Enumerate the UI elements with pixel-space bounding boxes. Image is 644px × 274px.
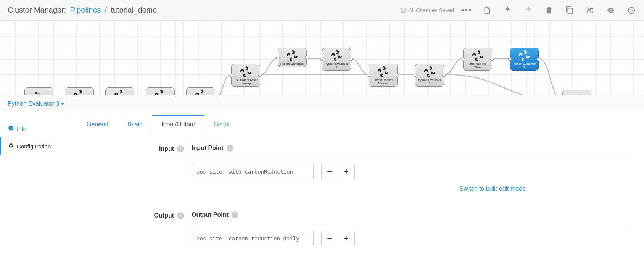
delete-button[interactable]	[544, 5, 554, 15]
node-label: TSL Parent Asset Lookup	[233, 78, 258, 85]
input-port[interactable]	[230, 74, 233, 77]
remove-input-button[interactable]: −	[321, 164, 338, 179]
document-icon	[483, 6, 491, 15]
eye-icon	[607, 6, 615, 15]
input-section-label: Input	[159, 145, 174, 152]
pipeline-node[interactable]: Last Record Appender	[105, 87, 134, 95]
pipeline-canvas[interactable]: Data SourcePoint SelectorLast Record App…	[0, 21, 644, 95]
node-icon	[114, 90, 126, 95]
svg-rect-8	[11, 127, 11, 127]
detail-pane: InfoConfiguration GeneralBasicInput/Outp…	[0, 112, 644, 274]
node-label: Python Evaluator 3	[512, 62, 537, 69]
shuffle-button[interactable]	[585, 5, 595, 15]
output-port[interactable]	[442, 74, 446, 77]
check-circle-outline-icon	[627, 6, 636, 15]
undo-icon	[504, 6, 512, 15]
pipeline-node[interactable]: TSL Parent Asset Lookup	[231, 64, 260, 87]
node-icon	[33, 90, 45, 95]
save-indicator: All Changes Saved	[400, 7, 454, 13]
info-icon[interactable]: i	[227, 145, 233, 152]
plus-icon: +	[344, 167, 349, 177]
node-detail-header: Python Evaluator 3	[0, 95, 644, 112]
pipeline-node[interactable]: Python Evaluator 2	[415, 64, 444, 87]
input-port[interactable]	[276, 56, 280, 59]
trash-icon	[545, 6, 553, 15]
check-circle-icon	[400, 7, 406, 13]
output-port[interactable]	[258, 74, 262, 77]
input-port[interactable]	[320, 58, 324, 61]
redo-icon	[524, 6, 533, 15]
input-point-field[interactable]	[192, 164, 314, 179]
validate-button[interactable]	[626, 5, 636, 15]
pipeline-node[interactable]: Fixed Time Window Aggregator	[186, 87, 215, 95]
sidebar-item-configuration[interactable]: Configuration	[0, 137, 69, 155]
tab-basic[interactable]: Basic	[118, 115, 152, 133]
form-area: Input i Input Point i − +	[69, 133, 644, 246]
node-icon	[287, 50, 298, 61]
node-icon	[195, 90, 206, 95]
output-point-field[interactable]	[192, 231, 314, 246]
node-icon	[240, 66, 251, 77]
preview-button[interactable]	[606, 5, 616, 15]
plus-icon: +	[344, 234, 349, 243]
undo-button[interactable]	[503, 5, 513, 15]
svg-point-0	[35, 92, 37, 94]
node-label: Python Evaluator 1	[324, 62, 349, 69]
pipeline-node[interactable]: Python Evaluator 3	[510, 48, 539, 71]
pipeline-node[interactable]: Data Destination	[562, 90, 591, 95]
output-port[interactable]	[537, 58, 540, 61]
add-output-button[interactable]: +	[338, 231, 355, 246]
redo-button[interactable]	[523, 5, 533, 15]
more-button[interactable]: •••	[462, 5, 472, 15]
output-port[interactable]	[396, 74, 399, 77]
pipeline-node[interactable]: Internal Http Client	[463, 48, 492, 71]
node-icon	[571, 92, 583, 95]
info-icon[interactable]: i	[177, 212, 184, 219]
sidebar-item-label: Configuration	[17, 143, 51, 150]
new-button[interactable]	[482, 5, 492, 15]
pipeline-node[interactable]: Latest Record Merger	[369, 64, 398, 87]
input-port[interactable]	[462, 58, 465, 61]
minus-icon: −	[327, 167, 332, 177]
node-label: Internal Http Client	[465, 62, 490, 69]
output-port[interactable]	[305, 56, 308, 59]
node-icon	[155, 90, 166, 95]
info-icon[interactable]: i	[177, 145, 184, 152]
input-port[interactable]	[367, 74, 370, 77]
gear-icon	[8, 143, 14, 150]
info-icon[interactable]: i	[232, 211, 238, 218]
output-port[interactable]	[490, 58, 494, 61]
sidebar-item-label: Info	[17, 126, 26, 132]
output-section-label: Output	[154, 212, 174, 219]
breadcrumb-separator: /	[105, 6, 107, 15]
output-port[interactable]	[349, 58, 353, 61]
pipeline-node[interactable]: Point Selector	[65, 87, 94, 95]
add-input-button[interactable]: +	[338, 164, 355, 179]
breadcrumb: Cluster Manager: Pipelines / tutorial_de…	[8, 6, 157, 15]
top-bar: Cluster Manager: Pipelines / tutorial_de…	[0, 0, 644, 21]
breadcrumb-pipelines-link[interactable]: Pipelines	[70, 6, 101, 15]
tab-script[interactable]: Script	[204, 115, 239, 133]
input-port[interactable]	[508, 58, 512, 61]
node-icon	[331, 50, 342, 61]
input-port[interactable]	[414, 74, 417, 77]
sidebar-item-info[interactable]: Info	[0, 120, 69, 137]
save-indicator-text: All Changes Saved	[409, 7, 454, 13]
tab-input-output[interactable]: Input/Output	[152, 115, 204, 133]
pipeline-node[interactable]: Record Generator	[278, 48, 307, 67]
pipeline-node[interactable]: Data Source	[24, 87, 53, 95]
breadcrumb-root: Cluster Manager:	[8, 6, 66, 15]
remove-output-button[interactable]: −	[321, 231, 338, 246]
pipeline-node[interactable]: Python Evaluator 1	[322, 48, 351, 71]
left-sidebar: InfoConfiguration	[0, 112, 69, 274]
node-detail-dropdown[interactable]: Python Evaluator 3	[8, 100, 64, 107]
tab-general[interactable]: General	[77, 115, 118, 133]
node-icon	[424, 66, 435, 77]
info-icon	[8, 125, 14, 132]
bulk-edit-link[interactable]: Switch to bulk edit mode	[460, 185, 526, 192]
copy-button[interactable]	[565, 5, 575, 15]
node-icon	[518, 50, 530, 61]
pipeline-node[interactable]: Cumulant Decomposer	[146, 87, 175, 95]
caret-down-icon	[61, 103, 64, 105]
ellipsis-icon: •••	[461, 5, 472, 15]
